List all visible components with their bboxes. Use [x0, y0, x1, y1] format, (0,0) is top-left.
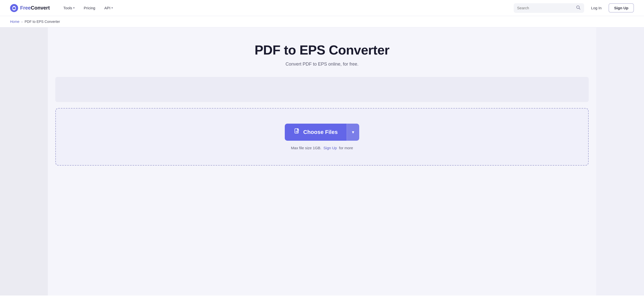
nav-item-pricing[interactable]: Pricing — [80, 4, 99, 12]
search-input[interactable] — [517, 6, 574, 10]
ad-banner — [55, 77, 589, 102]
choose-files-label: Choose Files — [303, 129, 338, 135]
sidebar-left — [0, 27, 48, 295]
breadcrumb-current: PDF to EPS Converter — [25, 20, 60, 24]
search-icon — [576, 5, 581, 11]
chevron-down-icon: ▾ — [111, 6, 113, 10]
nav-pricing-label: Pricing — [84, 6, 95, 10]
header-right: Log In Sign Up — [514, 3, 634, 13]
chevron-down-icon: ▾ — [352, 129, 354, 135]
nav: Tools ▾ Pricing API ▾ — [60, 4, 514, 12]
breadcrumb-home[interactable]: Home — [10, 20, 19, 24]
choose-files-button[interactable]: Choose Files — [285, 124, 347, 141]
nav-tools-label: Tools — [63, 6, 72, 10]
signup-link[interactable]: Sign Up — [324, 146, 337, 150]
page-subtitle: Convert PDF to EPS online, for free. — [286, 62, 358, 67]
sidebar-right — [596, 27, 644, 295]
choose-files-group: Choose Files ▾ — [285, 124, 359, 141]
nav-api-label: API — [104, 6, 110, 10]
choose-files-dropdown-button[interactable]: ▾ — [347, 124, 359, 141]
nav-item-api[interactable]: API ▾ — [101, 4, 116, 12]
breadcrumb-separator: › — [21, 20, 22, 24]
logo-text: FreeConvert — [20, 5, 50, 11]
signup-button[interactable]: Sign Up — [609, 3, 634, 13]
header: FreeConvert Tools ▾ Pricing API ▾ Log In… — [0, 0, 644, 16]
logo-icon — [10, 4, 18, 12]
logo[interactable]: FreeConvert — [10, 4, 50, 12]
page-title: PDF to EPS Converter — [255, 42, 389, 58]
file-icon — [294, 128, 300, 136]
page-layout: PDF to EPS Converter Convert PDF to EPS … — [0, 27, 644, 295]
search-container[interactable] — [514, 3, 584, 13]
chevron-down-icon: ▾ — [73, 6, 75, 10]
svg-point-0 — [10, 4, 18, 12]
main-content: PDF to EPS Converter Convert PDF to EPS … — [48, 27, 596, 295]
file-limit-text: Max file size 1GB. Sign Up for more — [291, 146, 353, 150]
login-button[interactable]: Log In — [588, 4, 605, 12]
nav-item-tools[interactable]: Tools ▾ — [60, 4, 78, 12]
breadcrumb: Home › PDF to EPS Converter — [0, 16, 644, 27]
upload-area[interactable]: Choose Files ▾ Max file size 1GB. Sign U… — [55, 108, 589, 166]
